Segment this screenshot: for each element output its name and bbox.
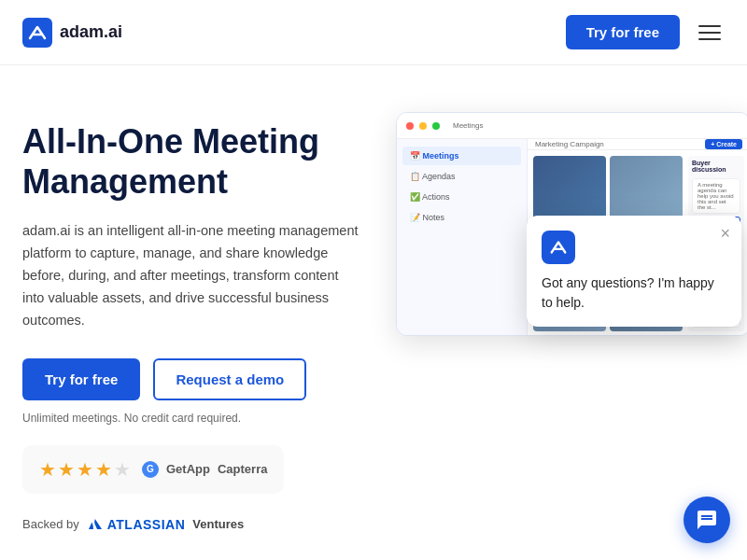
mock-sidebar-meetings: 📅 Meetings [402, 147, 521, 165]
mock-panel-item-1: A meeting agenda can help you avoid this… [692, 178, 740, 214]
mock-dot-red [406, 122, 414, 130]
ratings-box: ★ ★ ★ ★ ★ G GetApp Capterra [22, 445, 284, 494]
cta-buttons: Try for free Request a demo [22, 358, 359, 400]
star-1: ★ [39, 458, 56, 481]
hero-title: All-In-One Meeting Management [22, 121, 359, 202]
disclaimer-text: Unlimited meetings. No credit card requi… [22, 412, 359, 425]
backed-by-label: Backed by [22, 517, 79, 531]
svg-rect-0 [22, 18, 52, 48]
chat-close-button[interactable]: × [720, 225, 730, 242]
mock-meeting-label: Marketing Campaign [535, 140, 604, 148]
ratings-logos: G GetApp Capterra [142, 461, 267, 478]
mock-header-bar: Marketing Campaign + Create [528, 139, 747, 150]
star-2: ★ [58, 458, 75, 481]
g-logo: G [142, 461, 159, 478]
ventures-label: Ventures [192, 517, 244, 531]
header: adam.ai Try for free [0, 0, 747, 65]
star-rating: ★ ★ ★ ★ ★ [39, 458, 131, 481]
star-4: ★ [95, 458, 112, 481]
capterra-label: Capterra [218, 462, 267, 476]
hamburger-line-2 [698, 32, 721, 34]
mock-sidebar-agendas: 📋 Agendas [402, 167, 521, 186]
mock-sidebar: 📅 Meetings 📋 Agendas ✅ Actions 📝 Notes [397, 139, 528, 335]
logo-text: adam.ai [60, 22, 122, 42]
mock-titlebar: Meetings [397, 113, 747, 139]
star-5: ★ [114, 458, 131, 481]
chat-message-text: Got any questions? I'm happy to help. [542, 273, 726, 312]
right-panel: Meetings 📅 Meetings 📋 Agendas ✅ Actions … [396, 112, 747, 336]
mock-app-title: Meetings [453, 121, 483, 130]
chat-float-icon [696, 509, 718, 531]
main-content: All-In-One Meeting Management adam.ai is… [0, 65, 747, 533]
mock-panel-title: Buyer discussion [692, 160, 740, 173]
mock-dot-yellow [419, 122, 427, 130]
mock-dot-green [432, 122, 440, 130]
hamburger-line-3 [698, 38, 721, 40]
menu-button[interactable] [695, 21, 725, 44]
mock-sidebar-notes: 📝 Notes [402, 208, 521, 227]
logo: adam.ai [22, 18, 122, 48]
try-free-button-header[interactable]: Try for free [566, 15, 680, 49]
hamburger-line-1 [698, 25, 721, 27]
chat-widget: × Got any questions? I'm happy to help. [527, 216, 741, 327]
request-demo-button[interactable]: Request a demo [153, 358, 306, 400]
hero-description: adam.ai is an intelligent all-in-one mee… [22, 220, 359, 332]
try-free-button-main[interactable]: Try for free [22, 358, 140, 400]
getapp-label: GetApp [166, 462, 210, 476]
atlassian-icon [87, 516, 104, 533]
atlassian-logo: ATLASSIAN [87, 516, 186, 533]
atlassian-name: ATLASSIAN [107, 517, 186, 532]
star-3: ★ [77, 458, 93, 481]
chat-float-button[interactable] [684, 497, 730, 543]
backed-by-section: Backed by ATLASSIAN Ventures [22, 516, 359, 533]
left-panel: All-In-One Meeting Management adam.ai is… [22, 121, 359, 533]
mock-sidebar-actions: ✅ Actions [402, 188, 521, 206]
header-actions: Try for free [566, 15, 725, 49]
logo-icon [22, 18, 52, 48]
mock-create-btn: + Create [705, 139, 742, 149]
chat-logo-icon [548, 237, 569, 258]
chat-logo [542, 231, 575, 264]
